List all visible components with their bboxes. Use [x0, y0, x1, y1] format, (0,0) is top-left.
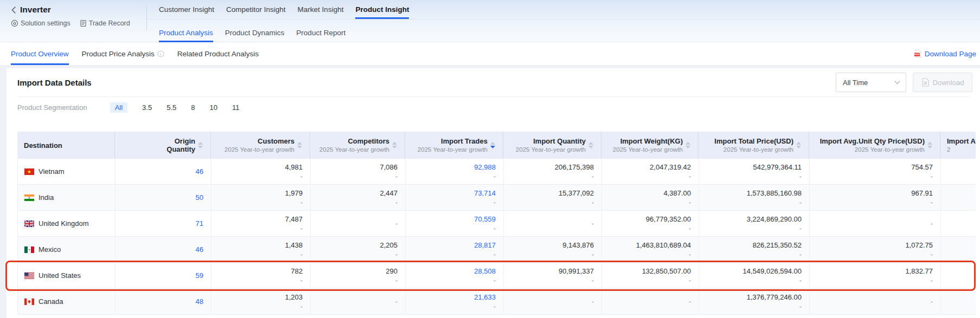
import-avg-partial-cell	[941, 185, 976, 210]
destination-cell: India	[18, 185, 116, 210]
column-header-import-weight[interactable]: Import Weight(KG)2025 Year-to-year growt…	[601, 132, 699, 159]
growth-value: -	[799, 303, 802, 310]
segment-option-11[interactable]: 11	[232, 103, 240, 112]
table-row-vietnam: Vietnam464,981-7,086-92,988-206,175,398-…	[17, 159, 976, 185]
table-header-row: DestinationOriginQuantityCustomers2025 Y…	[17, 132, 976, 159]
growth-value: -	[799, 225, 802, 232]
column-header-import-quantity[interactable]: Import Quantity2025 Year-to-year growth	[503, 132, 601, 159]
segment-option-5-5[interactable]: 5.5	[166, 103, 176, 112]
tab-label: Product Dynamics	[225, 29, 285, 37]
cell-value: 4,387.00	[663, 189, 691, 197]
tab-product-insight[interactable]: Product Insight	[355, 0, 409, 19]
competitors-cell: -	[311, 211, 406, 236]
import-trades-link[interactable]: 92,988	[474, 163, 496, 171]
origin-quantity-link[interactable]: 46	[196, 245, 203, 254]
import-trades-link[interactable]: 21,633	[474, 293, 496, 301]
column-label: Customers	[225, 137, 294, 145]
segment-option-8[interactable]: 8	[191, 103, 195, 112]
column-label: Import Weight(KG)	[613, 137, 683, 145]
import-trades-link[interactable]: 28,508	[474, 267, 496, 275]
header-link-trade-record[interactable]: Trade Record	[80, 20, 130, 27]
tab-competitor-insight[interactable]: Competitor Insight	[226, 0, 286, 19]
page-tab-related-product-analysis[interactable]: Related Product Analysis	[177, 42, 259, 65]
panel-title: Import Data Details	[17, 78, 92, 87]
sort-icon[interactable]	[198, 142, 203, 148]
tab-label: Competitor Insight	[226, 5, 286, 14]
tab-product-analysis[interactable]: Product Analysis	[159, 23, 213, 42]
sort-icon[interactable]	[588, 142, 593, 148]
column-label: Quantity	[166, 145, 195, 153]
growth-value: -	[300, 199, 303, 206]
import-weight-cell: -	[602, 289, 699, 314]
download-page-link[interactable]: PDF Download Page	[914, 42, 976, 65]
origin-quantity-link[interactable]: 59	[196, 271, 203, 280]
column-header-customers[interactable]: Customers2025 Year-to-year growth	[211, 132, 310, 159]
origin-quantity-link[interactable]: 71	[196, 219, 203, 228]
origin-quantity-link[interactable]: 50	[196, 193, 203, 202]
back-chevron-icon[interactable]	[11, 6, 16, 14]
import-weight-cell: 96,779,352.00-	[602, 211, 699, 236]
origin-quantity-cell: 48	[116, 289, 212, 314]
tab-label: Product Overview	[11, 50, 69, 58]
time-filter-select[interactable]: All Time	[836, 73, 906, 92]
import-avg-unit-qty-price-cell: 754.57-	[810, 159, 941, 184]
tab-label: Related Product Analysis	[177, 50, 259, 58]
tab-customer-insight[interactable]: Customer Insight	[159, 0, 214, 19]
column-label: Import Trades	[418, 137, 488, 145]
origin-quantity-cell: 59	[116, 263, 212, 288]
cell-value: 2,447	[380, 189, 398, 197]
divider	[146, 7, 147, 30]
column-header-competitors[interactable]: Competitors2025 Year-to-year growth	[310, 132, 405, 159]
origin-quantity-link[interactable]: 46	[196, 167, 203, 176]
import-trades-link[interactable]: 73,714	[474, 189, 496, 197]
download-button[interactable]: Download	[913, 73, 972, 92]
cell-value: 9,143,876	[562, 241, 594, 249]
competitors-cell: 2,447-	[311, 185, 406, 210]
empty-value: -	[931, 220, 933, 228]
sort-icon[interactable]	[490, 142, 495, 148]
sub-tab-bar: Product AnalysisProduct DynamicsProduct …	[159, 23, 345, 42]
competitors-cell: 7,086-	[311, 159, 406, 184]
tab-label: Customer Insight	[159, 5, 214, 14]
import-avg-unit-qty-price-cell: 967.91-	[810, 185, 941, 210]
customers-cell: 1,203-	[212, 289, 311, 314]
column-label: Import Avg.Unit Qty Price(USD)	[820, 137, 925, 145]
flag-icon-us	[24, 272, 34, 279]
sort-icon[interactable]	[927, 142, 932, 148]
column-label: Import Quantity	[516, 137, 586, 145]
import-quantity-cell: 15,377,092-	[504, 185, 602, 210]
country-name: Vietnam	[39, 167, 64, 176]
column-header-import-total-price[interactable]: Import Total Price(USD)2025 Year-to-year…	[699, 132, 809, 159]
origin-quantity-link[interactable]: 48	[196, 297, 203, 306]
column-label: Import Avg	[947, 137, 976, 145]
table-row-united-kingdom: United Kingdom717,487--70,559--96,779,35…	[17, 211, 976, 237]
segment-option-3-5[interactable]: 3.5	[142, 103, 152, 112]
column-header-import-trades[interactable]: Import Trades2025 Year-to-year growth	[405, 132, 503, 159]
tab-label: Market Insight	[298, 5, 344, 14]
tab-product-report[interactable]: Product Report	[296, 23, 345, 42]
growth-value: -	[799, 251, 802, 258]
sort-icon[interactable]	[297, 142, 302, 148]
header-link-solution-settings[interactable]: Solution settings	[11, 20, 71, 27]
segment-option-10[interactable]: 10	[209, 103, 217, 112]
cell-value: 2,205	[380, 241, 398, 249]
import-trades-cell: 70,559-	[406, 211, 504, 236]
sort-icon[interactable]	[392, 142, 397, 148]
tab-product-dynamics[interactable]: Product Dynamics	[225, 23, 285, 42]
column-growth-subtitle: 2025 Year-to-year growth	[516, 146, 586, 153]
sort-icon[interactable]	[796, 142, 801, 148]
segment-option-all[interactable]: All	[110, 102, 127, 113]
page-tab-product-overview[interactable]: Product Overview	[11, 42, 69, 65]
growth-value: -	[300, 277, 303, 284]
import-trades-link[interactable]: 28,817	[474, 241, 496, 249]
import-quantity-cell: -	[504, 211, 602, 236]
column-header-origin-quantity[interactable]: OriginQuantity	[115, 132, 211, 159]
import-total-price-cell: 542,979,364.11-	[699, 159, 810, 184]
import-avg-unit-qty-price-cell: 1,832.77-	[810, 263, 941, 288]
column-header-import-avg-unit-qty-price[interactable]: Import Avg.Unit Qty Price(USD)2025 Year-…	[809, 132, 940, 159]
sort-icon[interactable]	[686, 142, 690, 148]
page-tab-product-price-analysis[interactable]: Product Price Analysis	[82, 42, 164, 65]
tab-market-insight[interactable]: Market Insight	[298, 0, 344, 19]
import-trades-link[interactable]: 70,559	[474, 215, 496, 223]
header-link-label: Solution settings	[21, 20, 71, 27]
